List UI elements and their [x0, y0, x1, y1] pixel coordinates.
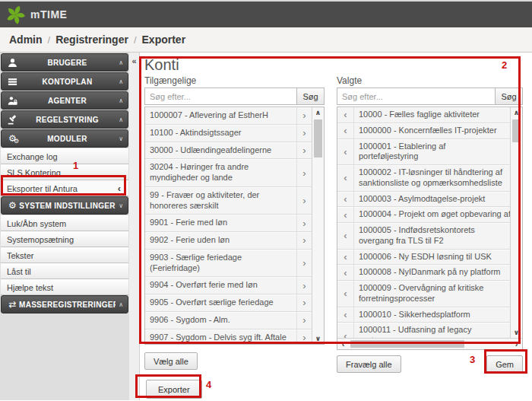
sidebar-item-l-st-til[interactable]: Låst til	[1, 263, 128, 279]
list-item[interactable]: ‹10000 - Fælles faglige aktiviteter	[337, 107, 510, 123]
sidebar-item-sls-kontering[interactable]: SLS Kontering	[1, 164, 128, 180]
gavel-icon	[6, 115, 19, 125]
scroll-up-icon[interactable]: ∧	[511, 107, 522, 118]
move-left-icon[interactable]: ‹	[337, 139, 354, 165]
list-item-label: 9907 - Sygdom - Delvis syg ift. Aftale	[145, 329, 296, 345]
list-item[interactable]: ‹1000001 - Etablering af porteføljestyri…	[337, 139, 510, 166]
selected-search-button[interactable]: Søg	[495, 88, 522, 104]
move-right-icon[interactable]: ›	[296, 107, 312, 124]
sidebar-section-brugere[interactable]: BRUGERE∧	[1, 53, 128, 72]
list-item[interactable]: ‹1000006 - Ny ESDH løsning til USK	[337, 250, 510, 266]
selected-label: Valgte	[337, 75, 523, 86]
move-right-icon[interactable]: ›	[296, 142, 312, 159]
move-right-icon[interactable]: ›	[296, 215, 312, 231]
sidebar-collapse-toggle[interactable]: «	[129, 53, 140, 400]
move-left-icon[interactable]: ‹	[337, 307, 354, 323]
list-item[interactable]: 9907 - Sygdom - Delvis syg ift. Aftale›	[145, 329, 312, 345]
list-item[interactable]: 9905 - Overført særlige feriedage›	[145, 294, 312, 312]
available-search-button[interactable]: Søg	[296, 88, 324, 104]
list-item[interactable]: ‹1000005 - Indfødsretskontorets overgang…	[337, 223, 510, 250]
list-item[interactable]: ‹1000009 - Overvågning af kritiske forre…	[337, 281, 510, 307]
move-left-icon[interactable]: ‹	[337, 265, 354, 280]
sidebar-item-eksporter-til-antura[interactable]: Eksporter til Antura‹	[1, 180, 128, 196]
breadcrumb-admin[interactable]: Admin	[9, 33, 43, 46]
list-item-label: 1000011 - Udfasning af legacy systemer	[354, 323, 510, 338]
scrollbar-thumb[interactable]	[350, 340, 464, 348]
list-item-label: 9904 - Overført ferie med løn	[145, 277, 296, 294]
sidebar-section-regelstyring[interactable]: REGELSTYRING∧	[1, 110, 128, 129]
scrollbar-thumb[interactable]	[512, 119, 521, 142]
list-item[interactable]: 30000 - Udlændingeafdelingerne›	[145, 142, 312, 160]
move-right-icon[interactable]: ›	[296, 277, 312, 294]
sidebar-item-label: Låst til	[7, 264, 122, 279]
sidebar-section-label: MODULER	[19, 135, 116, 143]
selected-search-input[interactable]	[337, 88, 495, 104]
move-left-icon[interactable]: ‹	[337, 107, 354, 123]
available-scrollbar[interactable]: ∧ ∨	[312, 107, 324, 344]
sidebar-section-label: SYSTEM INDSTILLINGER	[19, 202, 116, 210]
list-item[interactable]: ‹1000004 - Projekt om øget opbevaring af…	[337, 207, 510, 223]
move-left-icon[interactable]: ‹	[337, 123, 354, 138]
move-right-icon[interactable]: ›	[296, 250, 312, 277]
move-left-icon[interactable]: ‹	[337, 192, 354, 207]
move-left-icon[interactable]: ‹	[337, 223, 354, 249]
list-item-label: 1000006 - Ny ESDH løsning til USK	[354, 250, 510, 265]
save-button[interactable]: Gem	[486, 355, 523, 373]
sidebar-section-agenter[interactable]: AGENTER∧	[1, 91, 128, 110]
sidebar-item-hj-lpe-tekst[interactable]: Hjælpe tekst	[1, 279, 128, 295]
main-panel: Konti Tilgængelige Søg 1000007 - Aflever…	[140, 53, 532, 400]
sidebar-item-tekster[interactable]: Tekster	[1, 247, 128, 263]
list-item[interactable]: 9901 - Ferie med løn›	[145, 215, 312, 232]
sidebar-section-masseregistreringer[interactable]: ⇄MASSEREGISTRERINGER∧	[1, 295, 128, 313]
sidebar-item-luk-bn-system[interactable]: Luk/Åbn system	[1, 215, 128, 231]
select-all-button[interactable]: Vælg alle	[144, 352, 198, 370]
move-right-icon[interactable]: ›	[296, 329, 312, 345]
scroll-down-icon[interactable]: ∨	[312, 333, 324, 344]
export-button[interactable]: Exporter	[146, 380, 202, 399]
breadcrumb-registreringer[interactable]: Registreringer	[55, 33, 128, 46]
selected-scrollbar[interactable]: ∧ ∨	[510, 107, 522, 338]
move-left-icon[interactable]: ‹	[337, 281, 354, 307]
list-item[interactable]: 9906 - Sygdom - Alm.›	[145, 312, 312, 329]
move-right-icon[interactable]: ›	[296, 294, 312, 311]
sidebar-section-label: KONTOPLAN	[19, 78, 116, 86]
list-item[interactable]: 30204 - Høringer fra andre myndigheder o…	[145, 159, 312, 187]
move-right-icon[interactable]: ›	[296, 312, 312, 329]
available-search-input[interactable]	[145, 88, 296, 104]
sidebar-item-exchange-log[interactable]: Exchange log	[1, 148, 128, 164]
sidebar-section-kontoplan[interactable]: KONTOPLAN∧	[1, 72, 128, 91]
list-item[interactable]: ‹1000011 - Udfasning af legacy systemer	[337, 323, 510, 338]
list-item[interactable]: ‹1000010 - Sikkerhedsplatform	[337, 307, 510, 323]
move-left-icon[interactable]: ‹	[337, 207, 354, 222]
list-item[interactable]: 99 - Fravær og aktiviteter, der honorere…	[145, 187, 312, 215]
list-item[interactable]: 9902 - Ferie uden løn›	[145, 232, 312, 250]
scroll-down-icon[interactable]: ∨	[511, 327, 522, 338]
sidebar-item-systemops-tning[interactable]: Systemopsætning	[1, 231, 128, 247]
scroll-right-icon[interactable]: ›	[511, 339, 522, 348]
list-item[interactable]: ‹1000000 - Koncernfælles IT-projekter	[337, 123, 510, 139]
move-left-icon[interactable]: ‹	[337, 165, 354, 191]
list-icon	[6, 77, 19, 87]
move-right-icon[interactable]: ›	[296, 232, 312, 249]
scroll-left-icon[interactable]: ‹	[337, 339, 349, 348]
move-right-icon[interactable]: ›	[296, 125, 312, 142]
list-item[interactable]: 1000007 - Aflevering af EstherH›	[145, 107, 312, 125]
list-item[interactable]: ‹1000003 - Asylmodtagelse-projekt	[337, 192, 510, 208]
scroll-up-icon[interactable]: ∧	[312, 107, 324, 118]
move-right-icon[interactable]: ›	[296, 159, 312, 186]
sidebar-section-moduler[interactable]: ⚙⚙MODULER∨	[1, 129, 128, 148]
list-item[interactable]: 9903 - Særlige feriedage (Feriefridage)›	[145, 250, 312, 278]
list-item[interactable]: ‹1000002 - IT-løsninger til håndtering a…	[337, 165, 510, 192]
sidebar-section-system-indstillinger[interactable]: ⚙SYSTEM INDSTILLINGER∨	[1, 196, 128, 215]
page-title: Konti	[144, 56, 532, 73]
move-left-icon[interactable]: ‹	[337, 250, 354, 265]
move-right-icon[interactable]: ›	[296, 187, 312, 215]
selected-horizontal-scrollbar[interactable]: ‹ ›	[337, 338, 522, 349]
scrollbar-thumb[interactable]	[314, 119, 322, 158]
deselect-all-button[interactable]: Fravælg alle	[337, 355, 401, 373]
list-item[interactable]: ‹1000008 - NyIDanmark på ny platform	[337, 265, 510, 281]
list-item-label: 1000001 - Etablering af porteføljestyrin…	[354, 139, 510, 165]
move-left-icon[interactable]: ‹	[337, 323, 354, 338]
list-item[interactable]: 9904 - Overført ferie med løn›	[145, 277, 312, 294]
list-item[interactable]: 10100 - Aktindsigtssager›	[145, 125, 312, 142]
